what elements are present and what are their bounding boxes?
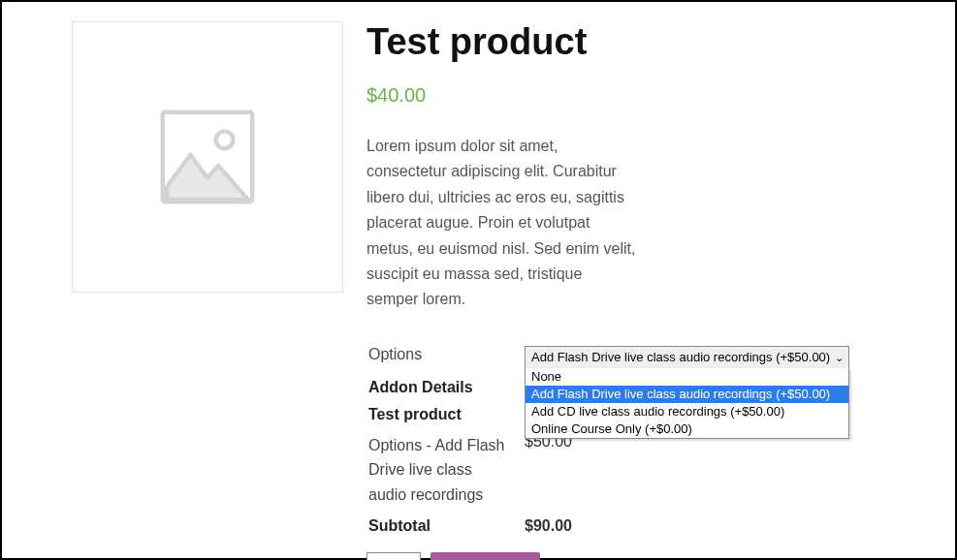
add-to-cart-button[interactable]: Add to cart xyxy=(431,552,540,560)
chevron-down-icon: ⌄ xyxy=(835,347,844,368)
quantity-input[interactable] xyxy=(367,552,421,560)
options-select[interactable]: Add Flash Drive live class audio recordi… xyxy=(525,346,849,369)
product-price: $40.00 xyxy=(367,84,885,107)
svg-point-1 xyxy=(216,132,234,149)
subtotal-price: $90.00 xyxy=(525,517,572,534)
product-description: Lorem ipsum dolor sit amet, consectetur … xyxy=(367,134,638,313)
product-image-placeholder[interactable] xyxy=(72,21,343,293)
add-to-cart-row: Add to cart xyxy=(367,552,885,560)
product-page: Test product $40.00 Lorem ipsum dolor si… xyxy=(0,0,957,560)
options-select-value: Add Flash Drive live class audio recordi… xyxy=(531,350,830,364)
addon-details-heading: Addon Details xyxy=(368,375,523,400)
product-row: Test product $40.00 Lorem ipsum dolor si… xyxy=(72,21,885,560)
addon-selected-option-text: Options - Add Flash Drive live class aud… xyxy=(368,437,505,503)
options-select-option[interactable]: Add CD live class audio recordings (+$50… xyxy=(526,403,848,420)
image-placeholder-icon xyxy=(154,104,261,210)
options-select-dropdown: None Add Flash Drive live class audio re… xyxy=(525,368,849,439)
options-select-display[interactable]: Add Flash Drive live class audio recordi… xyxy=(525,346,849,369)
subtotal-label: Subtotal xyxy=(368,513,523,539)
product-details: Test product $40.00 Lorem ipsum dolor si… xyxy=(367,21,885,560)
product-title: Test product xyxy=(367,21,885,63)
options-label: Options xyxy=(368,346,422,362)
options-select-option[interactable]: Add Flash Drive live class audio recordi… xyxy=(526,386,848,403)
addon-product-name: Test product xyxy=(368,402,523,427)
addon-details-table: Options Add Flash Drive live class audio… xyxy=(367,340,851,541)
options-select-option[interactable]: None xyxy=(526,368,848,386)
options-select-option[interactable]: Online Course Only (+$0.00) xyxy=(526,420,848,438)
